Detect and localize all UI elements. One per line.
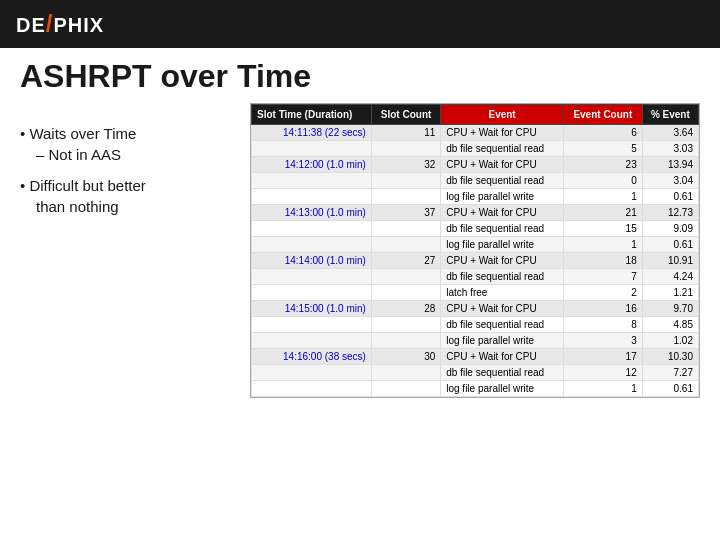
- cell-event-count: 17: [563, 349, 642, 365]
- left-panel: • Waits over Time – Not in AAS • Difficu…: [20, 103, 230, 398]
- cell-event: CPU + Wait for CPU: [441, 253, 564, 269]
- cell-event: db file sequential read: [441, 269, 564, 285]
- header-bar: DE/PHIX: [0, 0, 720, 48]
- cell-pct: 10.91: [642, 253, 698, 269]
- cell-slot-count: [371, 285, 440, 301]
- table-row: db file sequential read127.27: [252, 365, 699, 381]
- cell-slot-time: [252, 141, 372, 157]
- cell-slot-count: [371, 269, 440, 285]
- cell-slot-count: [371, 365, 440, 381]
- cell-event: log file parallel write: [441, 237, 564, 253]
- cell-slot-time: 14:16:00 (38 secs): [252, 349, 372, 365]
- cell-slot-count: 11: [371, 125, 440, 141]
- cell-slot-time: [252, 285, 372, 301]
- cell-event-count: 7: [563, 269, 642, 285]
- table-row: log file parallel write10.61: [252, 237, 699, 253]
- table-row: log file parallel write10.61: [252, 189, 699, 205]
- logo-de: DE: [16, 14, 46, 36]
- table-row: 14:15:00 (1.0 min)28CPU + Wait for CPU16…: [252, 301, 699, 317]
- table-row: log file parallel write31.02: [252, 333, 699, 349]
- table-row: 14:11:38 (22 secs)11CPU + Wait for CPU63…: [252, 125, 699, 141]
- cell-slot-count: [371, 141, 440, 157]
- cell-event: db file sequential read: [441, 317, 564, 333]
- cell-slot-count: [371, 317, 440, 333]
- cell-pct: 3.04: [642, 173, 698, 189]
- cell-event: db file sequential read: [441, 365, 564, 381]
- cell-slot-count: [371, 173, 440, 189]
- cell-slot-time: 14:11:38 (22 secs): [252, 125, 372, 141]
- cell-slot-count: 30: [371, 349, 440, 365]
- table-container: Slot Time (Duration) Slot Count Event Ev…: [250, 103, 700, 398]
- table-row: db file sequential read53.03: [252, 141, 699, 157]
- table-body: 14:11:38 (22 secs)11CPU + Wait for CPU63…: [252, 125, 699, 397]
- cell-slot-time: [252, 365, 372, 381]
- table-row: db file sequential read74.24: [252, 269, 699, 285]
- content-area: • Waits over Time – Not in AAS • Difficu…: [0, 103, 720, 408]
- bullet-waits: • Waits over Time – Not in AAS: [20, 123, 230, 165]
- cell-event-count: 16: [563, 301, 642, 317]
- cell-slot-count: 27: [371, 253, 440, 269]
- table-header-row: Slot Time (Duration) Slot Count Event Ev…: [252, 105, 699, 125]
- table-row: 14:16:00 (38 secs)30CPU + Wait for CPU17…: [252, 349, 699, 365]
- page-title: ASHRPT over Time: [0, 48, 720, 103]
- table-row: 14:12:00 (1.0 min)32CPU + Wait for CPU23…: [252, 157, 699, 173]
- cell-slot-count: [371, 221, 440, 237]
- cell-slot-time: [252, 173, 372, 189]
- cell-slot-count: [371, 189, 440, 205]
- cell-event: db file sequential read: [441, 221, 564, 237]
- cell-slot-count: 37: [371, 205, 440, 221]
- cell-event: CPU + Wait for CPU: [441, 301, 564, 317]
- cell-pct: 10.30: [642, 349, 698, 365]
- cell-event-count: 21: [563, 205, 642, 221]
- cell-pct: 4.24: [642, 269, 698, 285]
- cell-event-count: 1: [563, 189, 642, 205]
- cell-event: latch free: [441, 285, 564, 301]
- cell-event-count: 18: [563, 253, 642, 269]
- cell-pct: 13.94: [642, 157, 698, 173]
- bullet-difficult-title: • Difficult but better: [20, 177, 146, 194]
- cell-slot-time: [252, 333, 372, 349]
- cell-pct: 7.27: [642, 365, 698, 381]
- cell-event: log file parallel write: [441, 333, 564, 349]
- table-row: 14:14:00 (1.0 min)27CPU + Wait for CPU18…: [252, 253, 699, 269]
- table-row: db file sequential read84.85: [252, 317, 699, 333]
- logo-phix: PHIX: [53, 14, 104, 36]
- col-slot-count: Slot Count: [371, 105, 440, 125]
- col-event-count: Event Count: [563, 105, 642, 125]
- cell-event-count: 15: [563, 221, 642, 237]
- cell-pct: 12.73: [642, 205, 698, 221]
- bullet-difficult-sub: than nothing: [20, 196, 230, 217]
- bullet-difficult: • Difficult but better than nothing: [20, 175, 230, 217]
- cell-pct: 1.21: [642, 285, 698, 301]
- bullet-waits-sub: – Not in AAS: [20, 144, 230, 165]
- col-pct-event: % Event: [642, 105, 698, 125]
- cell-pct: 4.85: [642, 317, 698, 333]
- cell-event-count: 23: [563, 157, 642, 173]
- cell-event: CPU + Wait for CPU: [441, 205, 564, 221]
- cell-pct: 9.70: [642, 301, 698, 317]
- col-event: Event: [441, 105, 564, 125]
- cell-slot-time: [252, 269, 372, 285]
- cell-pct: 3.03: [642, 141, 698, 157]
- logo: DE/PHIX: [16, 10, 104, 38]
- cell-slot-time: 14:14:00 (1.0 min): [252, 253, 372, 269]
- cell-slot-time: [252, 237, 372, 253]
- cell-slot-count: [371, 381, 440, 397]
- cell-event-count: 0: [563, 173, 642, 189]
- cell-event-count: 12: [563, 365, 642, 381]
- cell-slot-count: [371, 333, 440, 349]
- cell-slot-count: 28: [371, 301, 440, 317]
- cell-event-count: 1: [563, 237, 642, 253]
- table-row: db file sequential read03.04: [252, 173, 699, 189]
- cell-event-count: 1: [563, 381, 642, 397]
- cell-pct: 0.61: [642, 381, 698, 397]
- cell-pct: 0.61: [642, 237, 698, 253]
- cell-event: db file sequential read: [441, 173, 564, 189]
- cell-pct: 9.09: [642, 221, 698, 237]
- cell-slot-time: [252, 189, 372, 205]
- cell-event-count: 2: [563, 285, 642, 301]
- cell-slot-time: 14:13:00 (1.0 min): [252, 205, 372, 221]
- cell-slot-time: 14:12:00 (1.0 min): [252, 157, 372, 173]
- cell-event: CPU + Wait for CPU: [441, 349, 564, 365]
- cell-pct: 1.02: [642, 333, 698, 349]
